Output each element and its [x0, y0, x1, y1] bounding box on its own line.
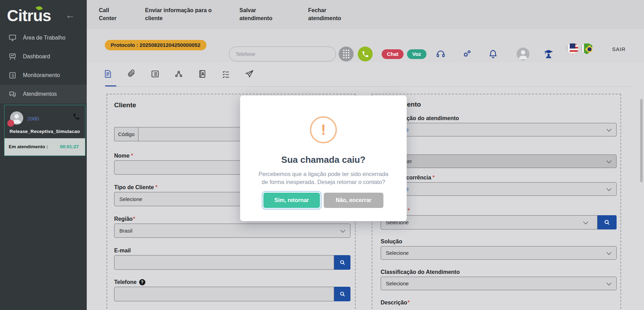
logout-button[interactable]: SAIR — [610, 46, 628, 52]
modal-body-text: Percebemos que a ligação pode ter sido e… — [255, 170, 391, 186]
tabs-divider — [107, 86, 632, 87]
modal-title: Sua chamada caiu? — [240, 154, 407, 165]
help-icon[interactable]: ? — [139, 279, 145, 285]
sidebar-item-dashboard[interactable]: Dashboard — [0, 47, 87, 66]
citrus-logo: Citrus — [7, 6, 51, 25]
training-graduate-icon[interactable] — [543, 49, 554, 59]
regiao-select[interactable]: Brasil — [114, 224, 350, 238]
call-status-dot — [7, 120, 14, 127]
ocorrencia-select[interactable]: Selecione — [381, 182, 617, 196]
service-section-title: Atendimento — [381, 101, 617, 108]
chevron-down-icon — [340, 227, 345, 232]
active-call-card[interactable]: 2080 Release_Receptiva_Simulacao Em aten… — [4, 105, 85, 156]
tab-checklist-icon[interactable] — [221, 69, 230, 78]
required-mark: * — [155, 184, 157, 191]
phone-icon — [362, 50, 369, 58]
headset-icon[interactable] — [436, 49, 446, 59]
call-timer: 00:01:27 — [60, 144, 79, 149]
sidebar-item-label: Monitoramento — [23, 72, 60, 78]
call-card-footer: Em atendimento : 00:01:27 — [5, 138, 85, 156]
chevron-down-icon — [583, 219, 588, 224]
flag-usa-icon[interactable] — [567, 42, 578, 54]
classificacao2-label: Classificação do Atendimento — [381, 269, 617, 275]
cancel-end-button[interactable]: Não, encerrar — [324, 193, 383, 208]
sidebar: Citrus ← Área de Trabalho Dashboard — [0, 0, 87, 310]
flag-brazil-icon[interactable] — [581, 42, 592, 54]
telefone-input[interactable] — [114, 287, 334, 301]
dialer-phone-input[interactable] — [229, 47, 336, 61]
email-input[interactable] — [114, 255, 334, 270]
classificacao-atendimento-select[interactable]: Selecione — [381, 123, 617, 136]
email-label: E-mail — [114, 248, 350, 254]
form-tabs — [103, 69, 269, 78]
sidebar-item-label: Dashboard — [23, 53, 50, 60]
required-mark: * — [131, 153, 133, 159]
search-icon — [339, 259, 346, 266]
email-field-row — [114, 255, 350, 270]
campaign-name: Release_Receptiva_Simulacao — [5, 129, 85, 134]
chevron-down-icon — [607, 280, 611, 285]
vertical-scrollbar[interactable] — [640, 99, 643, 182]
descricao-label: Descrição* — [381, 300, 617, 306]
nav-fechar-atendimento[interactable]: Fechar atendimento — [308, 6, 341, 22]
phone-icon[interactable] — [73, 113, 80, 120]
user-avatar[interactable] — [517, 48, 529, 60]
sidebar-item-monitoramento[interactable]: Monitoramento — [0, 66, 87, 85]
tab-attachments-paperclip-icon[interactable] — [127, 69, 136, 78]
chat-badge[interactable]: Chat — [382, 49, 404, 59]
sidebar-item-label: Área de Trabalho — [23, 35, 66, 41]
notifications-bell-icon[interactable] — [488, 49, 498, 59]
telefone-label: Telefone ? — [114, 279, 350, 285]
sidebar-item-atendimentos[interactable]: Atendimentos — [0, 85, 87, 103]
required-mark: * — [408, 300, 410, 306]
classificacao2-select[interactable]: Selecione — [381, 277, 617, 290]
chevron-down-icon — [607, 126, 611, 131]
person-icon — [517, 48, 529, 60]
call-status-label: Em atendimento : — [9, 144, 48, 149]
sidebar-item-label: Atendimentos — [23, 91, 57, 97]
tab-send-plane-icon[interactable] — [245, 69, 254, 78]
nav-salvar-atendimento[interactable]: Salvar atendimento — [239, 6, 272, 22]
list-icon — [8, 71, 17, 79]
service-section: Atendimento Classificação do atendimento… — [372, 94, 621, 310]
categoria-search-button[interactable] — [598, 215, 617, 229]
dialpad-button[interactable] — [339, 47, 354, 61]
monitor-icon — [8, 34, 17, 42]
extension-number: 2080 — [27, 116, 39, 122]
solucao-label: Solução — [381, 238, 617, 245]
tab-contact-book-icon[interactable] — [198, 69, 207, 78]
protocol-badge: Protocolo : 202508201204250000052 — [105, 40, 206, 50]
citrus-call-center-app: Citrus ← Área de Trabalho Dashboard — [0, 0, 644, 310]
nav-call-center[interactable]: Call Center — [99, 6, 117, 22]
voice-badge[interactable]: Voz — [407, 49, 426, 59]
sidebar-collapse-arrow-icon[interactable]: ← — [65, 10, 75, 20]
call-button[interactable] — [358, 47, 373, 61]
search-icon — [339, 291, 346, 297]
categoria-label: Categoria* — [381, 208, 617, 214]
sidebar-nav: Área de Trabalho Dashboard Monitoramento… — [0, 28, 87, 103]
confirm-return-button[interactable]: Sim, retornar — [263, 193, 320, 208]
solucao-select[interactable]: Selecione — [381, 246, 617, 260]
telefone-search-button[interactable] — [334, 287, 350, 301]
codigo-prefix-label: Código — [114, 127, 138, 141]
dialpad-icon — [343, 50, 349, 58]
categoria-field-row: Selecione — [381, 215, 617, 229]
chevron-down-icon — [607, 186, 611, 191]
modal-buttons: Sim, retornar Não, encerrar — [240, 193, 407, 208]
toolbar: Protocolo : 202508201204250000052 Chat V… — [87, 29, 644, 62]
settings-gears-icon[interactable] — [462, 49, 472, 59]
tab-document-icon[interactable] — [103, 69, 112, 78]
chat-bubbles-icon — [8, 90, 17, 98]
nav-enviar-informacao[interactable]: Enviar informação para o cliente — [145, 6, 212, 22]
sidebar-item-area-de-trabalho[interactable]: Área de Trabalho — [0, 28, 87, 47]
tab-history-list-icon[interactable] — [151, 69, 160, 78]
categoria-select[interactable]: Selecione — [381, 215, 598, 229]
call-dropped-modal: ! Sua chamada caiu? Percebemos que a lig… — [240, 95, 407, 221]
email-search-button[interactable] — [334, 255, 350, 270]
telefone-field-row — [114, 287, 350, 301]
required-mark: * — [408, 208, 410, 214]
search-icon — [604, 219, 610, 226]
required-mark: * — [133, 216, 135, 222]
tab-relations-network-icon[interactable] — [174, 69, 183, 78]
chevron-down-icon — [607, 158, 611, 163]
